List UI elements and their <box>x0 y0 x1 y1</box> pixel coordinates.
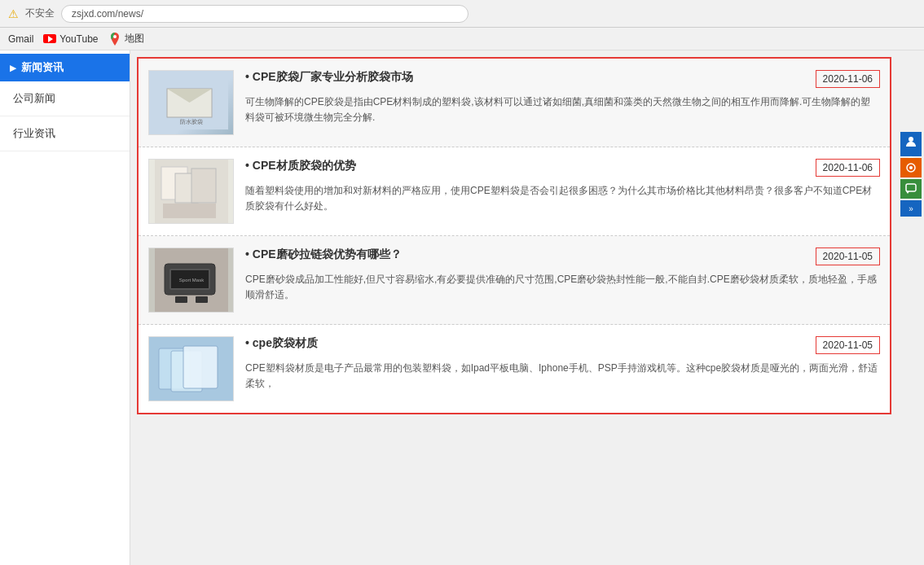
news-item: Sport Mask CPE磨砂拉链袋优势有哪些？ 2020-11-05 CPE… <box>139 236 890 325</box>
thumbnail-img-1: 防水胶袋 <box>155 77 228 129</box>
news-item: CPE材质胶袋的优势 2020-11-06 随着塑料袋使用的增加和对新材料的严格… <box>139 147 890 236</box>
svg-point-0 <box>113 35 117 38</box>
bookmark-gmail[interactable]: Gmail <box>8 33 33 45</box>
news-title-1[interactable]: CPE胶袋厂家专业分析胶袋市场 <box>245 70 413 85</box>
bookmark-maps[interactable]: 地图 <box>108 32 144 46</box>
news-summary-4: CPE塑料袋材质是电子产品最常用的包装塑料袋，如Ipad平板电脑、Iphone手… <box>245 361 880 392</box>
chat-icon <box>905 183 917 195</box>
news-item: cpe胶袋材质 2020-11-05 CPE塑料袋材质是电子产品最常用的包装塑料… <box>139 325 890 413</box>
news-date-2: 2020-11-06 <box>816 159 880 177</box>
news-title-2[interactable]: CPE材质胶袋的优势 <box>245 159 356 173</box>
news-item: 防水胶袋 CPE胶袋厂家专业分析胶袋市场 2020-11-06 可生物降解的CP… <box>139 59 890 147</box>
url-bar[interactable]: zsjxd.com/news/ <box>61 5 469 23</box>
news-thumbnail-4 <box>148 336 234 401</box>
svg-rect-15 <box>196 296 208 303</box>
svg-point-21 <box>909 137 913 142</box>
news-body-4: cpe胶袋材质 2020-11-05 CPE塑料袋材质是电子产品最常用的包装塑料… <box>245 336 880 392</box>
tool-icon <box>905 162 917 173</box>
widget-btn-2[interactable] <box>900 158 922 177</box>
news-body-2: CPE材质胶袋的优势 2020-11-06 随着塑料袋使用的增加和对新材料的严格… <box>245 159 880 214</box>
not-secure-label: 不安全 <box>25 7 55 20</box>
svg-rect-24 <box>906 184 916 191</box>
youtube-icon <box>43 34 56 43</box>
svg-rect-14 <box>175 296 187 303</box>
bookmark-bar: Gmail YouTube 地图 <box>0 28 924 50</box>
sidebar-item-industry-news[interactable]: 行业资讯 <box>0 116 130 151</box>
expand-widget-btn[interactable]: » <box>900 200 922 217</box>
thumbnail-img-4 <box>155 336 228 401</box>
news-title-4[interactable]: cpe胶袋材质 <box>245 336 318 351</box>
svg-text:防水胶袋: 防水胶袋 <box>180 119 203 125</box>
online-service-label: 在线客服 <box>906 150 917 153</box>
person-icon <box>904 135 917 148</box>
sidebar-header: ▶ 新闻资讯 <box>0 54 130 81</box>
news-list: 防水胶袋 CPE胶袋厂家专业分析胶袋市场 2020-11-06 可生物降解的CP… <box>137 57 891 414</box>
sidebar-arrow-icon: ▶ <box>10 64 16 72</box>
chevron-right-icon: » <box>909 204 913 213</box>
thumbnail-img-3: Sport Mask <box>155 247 228 313</box>
news-body-1: CPE胶袋厂家专业分析胶袋市场 2020-11-06 可生物降解的CPE胶袋是指… <box>245 70 880 125</box>
news-summary-1: 可生物降解的CPE胶袋是指由CPE材料制成的塑料袋,该材料可以通过诸如细菌,真细… <box>245 94 880 125</box>
news-date-1: 2020-11-06 <box>816 70 880 88</box>
online-service-widget[interactable]: 在线客服 <box>900 132 922 156</box>
news-title-row-4: cpe胶袋材质 2020-11-05 <box>245 336 880 354</box>
news-thumbnail-1: 防水胶袋 <box>148 70 234 135</box>
news-date-3: 2020-11-05 <box>816 247 880 265</box>
news-body-3: CPE磨砂拉链袋优势有哪些？ 2020-11-05 CPE磨砂袋成品加工性能好,… <box>245 247 880 303</box>
maps-icon <box>108 33 121 46</box>
main-content: 防水胶袋 CPE胶袋厂家专业分析胶袋市场 2020-11-06 可生物降解的CP… <box>130 50 898 565</box>
gmail-label: Gmail <box>8 33 33 45</box>
browser-bar: ⚠ 不安全 zsjxd.com/news/ <box>0 0 924 28</box>
bookmark-youtube[interactable]: YouTube <box>43 33 98 45</box>
news-date-4: 2020-11-05 <box>816 336 880 354</box>
youtube-label: YouTube <box>59 33 98 45</box>
news-title-3[interactable]: CPE磨砂拉链袋优势有哪些？ <box>245 247 402 262</box>
thumbnail-img-2 <box>155 159 228 224</box>
svg-text:Sport Mask: Sport Mask <box>178 278 204 282</box>
sidebar: ▶ 新闻资讯 公司新闻 行业资讯 <box>0 50 130 565</box>
sidebar-header-label: 新闻资讯 <box>21 60 64 75</box>
svg-rect-8 <box>191 169 216 203</box>
news-thumbnail-3: Sport Mask <box>148 247 234 313</box>
svg-point-23 <box>909 166 913 169</box>
news-title-row-2: CPE材质胶袋的优势 2020-11-06 <box>245 159 880 177</box>
news-thumbnail-2 <box>148 159 234 224</box>
news-title-row-3: CPE磨砂拉链袋优势有哪些？ 2020-11-05 <box>245 247 880 265</box>
right-panel: 在线客服 » <box>898 50 924 565</box>
maps-label: 地图 <box>125 32 144 46</box>
sidebar-item-company-news[interactable]: 公司新闻 <box>0 81 130 116</box>
youtube-play-icon <box>48 36 53 42</box>
svg-rect-9 <box>163 204 216 218</box>
widget-btn-3[interactable] <box>900 179 922 199</box>
news-title-row-1: CPE胶袋厂家专业分析胶袋市场 2020-11-06 <box>245 70 880 88</box>
page-wrapper: ▶ 新闻资讯 公司新闻 行业资讯 防水胶袋 CPE胶袋厂 <box>0 50 924 565</box>
news-summary-3: CPE磨砂袋成品加工性能好,但尺寸容易缩水,有必要提供准确的尺寸范围,CPE磨砂… <box>245 272 880 303</box>
warning-icon: ⚠ <box>8 7 19 20</box>
news-summary-2: 随着塑料袋使用的增加和对新材料的严格应用，使用CPE塑料袋是否会引起很多困惑？为… <box>245 183 880 214</box>
svg-rect-20 <box>183 346 218 388</box>
